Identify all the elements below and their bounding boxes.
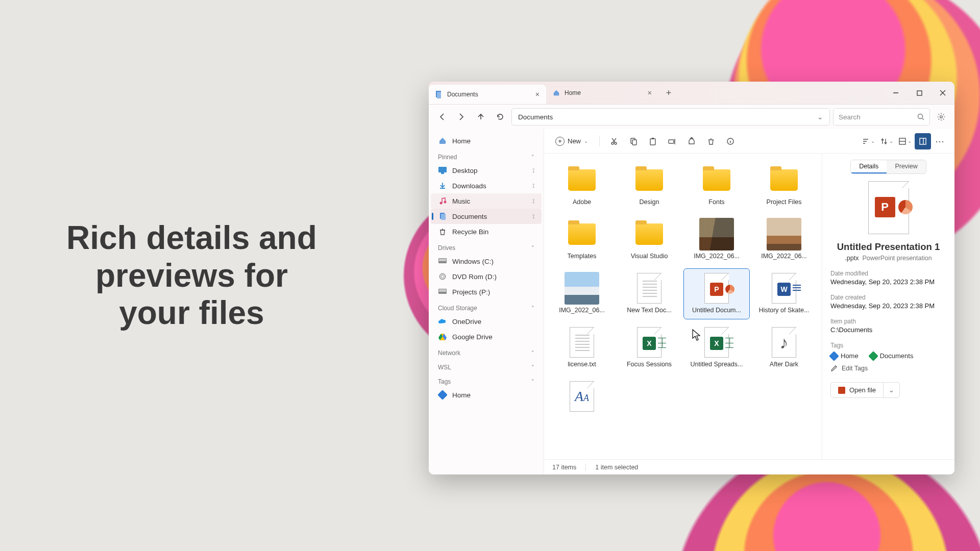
file-label: Project Files: [767, 198, 802, 206]
preview-tab[interactable]: Preview: [887, 160, 925, 173]
sidebar-item-music[interactable]: Music⟟: [431, 193, 542, 209]
file-item[interactable]: Design: [617, 161, 682, 211]
sidebar-header-network[interactable]: Network˅: [431, 344, 542, 359]
modified-value: Wednesday, Sep 20, 2023 2:38 PM: [830, 278, 946, 286]
sidebar-item-drive-p[interactable]: Projects (P:): [431, 284, 542, 299]
close-icon[interactable]: ×: [648, 89, 652, 97]
titlebar: Documents × Home × +: [429, 82, 954, 105]
details-pane: Details Preview P Untitled Presentation …: [822, 154, 954, 459]
tag-icon: [868, 351, 878, 361]
open-file-button[interactable]: Open file ⌄: [830, 382, 900, 398]
file-item[interactable]: X Focus Sessions: [617, 323, 682, 373]
photo2-icon: [767, 220, 801, 248]
sidebar-item-home[interactable]: Home: [431, 133, 542, 148]
file-item[interactable]: W History of Skate...: [751, 269, 817, 319]
file-grid[interactable]: Adobe Design Fonts Project Files Templat…: [544, 154, 822, 459]
sidebar-header-cloud[interactable]: Cloud Storage˄: [431, 299, 542, 314]
svg-line-7: [922, 118, 924, 120]
file-item[interactable]: AA: [549, 377, 615, 420]
file-item[interactable]: Adobe: [549, 161, 615, 211]
dvd-icon: [438, 272, 447, 281]
sidebar-item-googledrive[interactable]: Google Drive: [431, 329, 542, 344]
pin-icon[interactable]: ⟟: [532, 182, 534, 189]
sidebar-item-tag-home[interactable]: Home: [431, 387, 542, 403]
file-item[interactable]: ♪ After Dark: [751, 323, 817, 373]
file-item[interactable]: Visual Studio: [617, 215, 682, 265]
edit-tags-button[interactable]: Edit Tags: [830, 365, 946, 372]
sidebar-item-drive-c[interactable]: Windows (C:): [431, 254, 542, 269]
item-count: 17 items: [552, 464, 576, 471]
pin-icon[interactable]: ⟟: [532, 167, 534, 174]
sidebar-header-tags[interactable]: Tags˅: [431, 373, 542, 387]
layout-button[interactable]: ⌄: [896, 135, 914, 147]
tag-documents[interactable]: Documents: [870, 352, 914, 360]
properties-button[interactable]: [722, 133, 739, 149]
details-subtitle: .pptx PowerPoint presentation: [830, 255, 946, 262]
plus-icon: +: [555, 137, 565, 146]
forward-button[interactable]: [453, 109, 470, 125]
file-item[interactable]: Templates: [549, 215, 615, 265]
music-icon: [438, 196, 447, 206]
file-item[interactable]: Project Files: [751, 161, 817, 211]
file-item[interactable]: P Untitled Docum...: [684, 269, 749, 319]
svg-point-18: [442, 276, 444, 278]
delete-button[interactable]: [703, 133, 719, 149]
file-item[interactable]: X Untitled Spreads...: [684, 323, 749, 373]
file-item[interactable]: New Text Doc...: [617, 269, 682, 319]
up-button[interactable]: [473, 109, 489, 125]
close-icon[interactable]: ×: [535, 90, 540, 98]
address-bar[interactable]: Documents ⌄: [511, 108, 830, 126]
details-tab[interactable]: Details: [851, 160, 887, 173]
file-label: license.txt: [568, 361, 596, 368]
search-icon: [917, 113, 924, 120]
xls-icon: X: [699, 328, 734, 357]
sidebar-header-drives[interactable]: Drives˄: [431, 239, 542, 254]
powerpoint-icon: [838, 387, 845, 394]
maximize-button[interactable]: [908, 82, 931, 104]
tab-home[interactable]: Home ×: [546, 82, 658, 104]
back-button[interactable]: [434, 109, 450, 125]
refresh-button[interactable]: [492, 109, 508, 125]
chevron-down-icon: ⌄: [871, 138, 875, 144]
pin-icon[interactable]: ⟟: [532, 197, 534, 205]
file-item[interactable]: IMG_2022_06...: [684, 215, 749, 265]
sidebar: Home Pinned˄ Desktop⟟ Downloads⟟ Music⟟ …: [429, 129, 544, 474]
more-button[interactable]: ⋯: [932, 133, 948, 149]
file-item[interactable]: IMG_2022_06...: [549, 269, 615, 319]
open-file-dropdown[interactable]: ⌄: [883, 383, 899, 397]
cut-button[interactable]: [606, 133, 622, 149]
pin-icon[interactable]: ⟟: [532, 213, 534, 220]
tag-home[interactable]: Home: [830, 352, 859, 360]
toolbar: + New ⌄ ⌄ ⌄ ⌄ ⋯: [544, 129, 954, 154]
paste-button[interactable]: [645, 133, 661, 149]
chevron-down-icon[interactable]: ⌄: [817, 113, 823, 121]
details-pane-button[interactable]: [915, 133, 931, 149]
sidebar-item-onedrive[interactable]: OneDrive: [431, 314, 542, 329]
sort-button[interactable]: ⌄: [860, 135, 877, 147]
file-item[interactable]: license.txt: [549, 323, 615, 373]
close-window-button[interactable]: [931, 82, 954, 104]
sidebar-item-desktop[interactable]: Desktop⟟: [431, 163, 542, 178]
sidebar-item-drive-d[interactable]: DVD Rom (D:): [431, 269, 542, 284]
file-item[interactable]: IMG_2022_06...: [751, 215, 817, 265]
settings-button[interactable]: [933, 109, 949, 125]
rename-button[interactable]: [664, 133, 680, 149]
tab-documents[interactable]: Documents ×: [429, 85, 546, 104]
new-button[interactable]: + New ⌄: [550, 134, 593, 148]
share-button[interactable]: [683, 133, 700, 149]
view-button[interactable]: ⌄: [878, 135, 895, 147]
sidebar-item-downloads[interactable]: Downloads⟟: [431, 178, 542, 193]
tab-label: Documents: [447, 91, 478, 98]
word-icon: W: [767, 274, 801, 303]
xls-icon: X: [632, 328, 667, 357]
sidebar-item-documents[interactable]: Documents⟟: [431, 209, 542, 224]
minimize-button[interactable]: [884, 82, 908, 104]
sidebar-header-wsl[interactable]: WSL˅: [431, 359, 542, 373]
file-item[interactable]: Fonts: [684, 161, 749, 211]
copy-button[interactable]: [625, 133, 642, 149]
sidebar-header-pinned[interactable]: Pinned˄: [431, 148, 542, 163]
sidebar-item-recyclebin[interactable]: Recycle Bin: [431, 224, 542, 239]
file-label: After Dark: [770, 361, 798, 368]
search-input[interactable]: Search: [833, 108, 930, 126]
new-tab-button[interactable]: +: [658, 82, 679, 104]
